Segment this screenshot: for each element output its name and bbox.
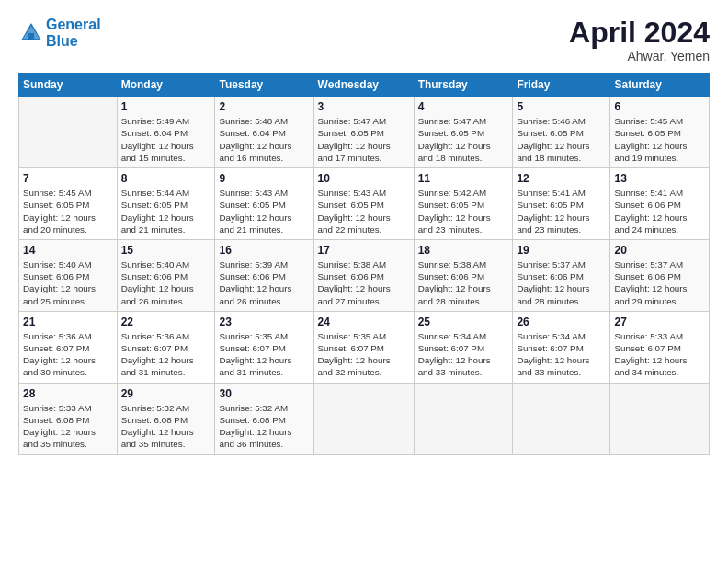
calendar-cell (610, 383, 710, 454)
day-number: 25 (418, 316, 509, 328)
page: General Blue April 2024 Ahwar, Yemen Sun… (0, 0, 728, 563)
weekday-header-friday: Friday (513, 74, 610, 97)
calendar-cell: 7Sunrise: 5:45 AM Sunset: 6:05 PM Daylig… (19, 168, 118, 240)
calendar-cell: 11Sunrise: 5:42 AM Sunset: 6:05 PM Dayli… (414, 168, 513, 240)
day-number: 14 (23, 244, 113, 257)
day-number: 21 (23, 316, 113, 328)
day-info: Sunrise: 5:39 AM Sunset: 6:06 PM Dayligh… (219, 259, 309, 307)
day-info: Sunrise: 5:38 AM Sunset: 6:06 PM Dayligh… (318, 259, 410, 307)
logo-text: General Blue (46, 17, 101, 49)
day-number: 29 (121, 387, 211, 400)
day-number: 5 (517, 100, 606, 113)
day-number: 7 (23, 172, 113, 185)
calendar-cell: 30Sunrise: 5:32 AM Sunset: 6:08 PM Dayli… (215, 383, 313, 454)
day-info: Sunrise: 5:40 AM Sunset: 6:06 PM Dayligh… (121, 259, 211, 307)
calendar-cell (513, 383, 610, 454)
day-number: 11 (418, 172, 509, 185)
weekday-header-wednesday: Wednesday (313, 74, 414, 97)
day-number: 9 (219, 172, 309, 185)
day-info: Sunrise: 5:32 AM Sunset: 6:08 PM Dayligh… (219, 402, 309, 451)
day-number: 28 (23, 387, 113, 400)
day-info: Sunrise: 5:48 AM Sunset: 6:04 PM Dayligh… (219, 115, 309, 164)
day-info: Sunrise: 5:41 AM Sunset: 6:06 PM Dayligh… (614, 187, 705, 236)
calendar-table: SundayMondayTuesdayWednesdayThursdayFrid… (18, 73, 710, 454)
location-subtitle: Ahwar, Yemen (569, 49, 710, 63)
day-info: Sunrise: 5:33 AM Sunset: 6:07 PM Dayligh… (614, 330, 705, 379)
calendar-cell: 25Sunrise: 5:34 AM Sunset: 6:07 PM Dayli… (414, 311, 513, 383)
calendar-week-row: 28Sunrise: 5:33 AM Sunset: 6:08 PM Dayli… (19, 383, 710, 454)
calendar-week-row: 7Sunrise: 5:45 AM Sunset: 6:05 PM Daylig… (19, 168, 710, 240)
calendar-cell: 23Sunrise: 5:35 AM Sunset: 6:07 PM Dayli… (215, 311, 313, 383)
weekday-header-sunday: Sunday (19, 74, 118, 97)
day-number: 2 (219, 100, 309, 113)
calendar-cell: 4Sunrise: 5:47 AM Sunset: 6:05 PM Daylig… (414, 97, 513, 168)
day-number: 8 (121, 172, 211, 185)
day-info: Sunrise: 5:42 AM Sunset: 6:05 PM Dayligh… (418, 187, 509, 236)
calendar-header: SundayMondayTuesdayWednesdayThursdayFrid… (19, 74, 710, 97)
day-info: Sunrise: 5:45 AM Sunset: 6:05 PM Dayligh… (23, 187, 113, 236)
calendar-cell: 10Sunrise: 5:43 AM Sunset: 6:05 PM Dayli… (313, 168, 414, 240)
day-info: Sunrise: 5:43 AM Sunset: 6:05 PM Dayligh… (219, 187, 309, 236)
calendar-cell: 9Sunrise: 5:43 AM Sunset: 6:05 PM Daylig… (215, 168, 313, 240)
day-number: 10 (318, 172, 410, 185)
calendar-cell: 6Sunrise: 5:45 AM Sunset: 6:05 PM Daylig… (610, 97, 710, 168)
day-info: Sunrise: 5:38 AM Sunset: 6:06 PM Dayligh… (418, 259, 509, 307)
calendar-cell (19, 97, 118, 168)
calendar-cell: 8Sunrise: 5:44 AM Sunset: 6:05 PM Daylig… (117, 168, 215, 240)
day-info: Sunrise: 5:47 AM Sunset: 6:05 PM Dayligh… (418, 115, 509, 164)
calendar-cell: 18Sunrise: 5:38 AM Sunset: 6:06 PM Dayli… (414, 239, 513, 311)
day-info: Sunrise: 5:37 AM Sunset: 6:06 PM Dayligh… (517, 259, 606, 307)
day-info: Sunrise: 5:36 AM Sunset: 6:07 PM Dayligh… (121, 330, 211, 379)
day-info: Sunrise: 5:35 AM Sunset: 6:07 PM Dayligh… (219, 330, 309, 379)
calendar-cell: 5Sunrise: 5:46 AM Sunset: 6:05 PM Daylig… (513, 97, 610, 168)
calendar-cell: 27Sunrise: 5:33 AM Sunset: 6:07 PM Dayli… (610, 311, 710, 383)
day-number: 4 (418, 100, 509, 113)
calendar-cell (414, 383, 513, 454)
header: General Blue April 2024 Ahwar, Yemen (18, 17, 710, 63)
calendar-cell: 15Sunrise: 5:40 AM Sunset: 6:06 PM Dayli… (117, 239, 215, 311)
weekday-header-monday: Monday (117, 74, 215, 97)
day-number: 30 (219, 387, 309, 400)
calendar-cell: 22Sunrise: 5:36 AM Sunset: 6:07 PM Dayli… (117, 311, 215, 383)
day-number: 26 (517, 316, 606, 328)
calendar-cell: 26Sunrise: 5:34 AM Sunset: 6:07 PM Dayli… (513, 311, 610, 383)
calendar-cell: 28Sunrise: 5:33 AM Sunset: 6:08 PM Dayli… (19, 383, 118, 454)
calendar-cell: 3Sunrise: 5:47 AM Sunset: 6:05 PM Daylig… (313, 97, 414, 168)
day-number: 6 (614, 100, 705, 113)
day-number: 17 (318, 244, 410, 257)
day-info: Sunrise: 5:33 AM Sunset: 6:08 PM Dayligh… (23, 402, 113, 451)
day-info: Sunrise: 5:40 AM Sunset: 6:06 PM Dayligh… (23, 259, 113, 307)
day-info: Sunrise: 5:45 AM Sunset: 6:05 PM Dayligh… (614, 115, 705, 164)
day-number: 19 (517, 244, 606, 257)
day-info: Sunrise: 5:49 AM Sunset: 6:04 PM Dayligh… (121, 115, 211, 164)
calendar-cell: 1Sunrise: 5:49 AM Sunset: 6:04 PM Daylig… (117, 97, 215, 168)
day-number: 23 (219, 316, 309, 328)
weekday-header-thursday: Thursday (414, 74, 513, 97)
calendar-cell: 16Sunrise: 5:39 AM Sunset: 6:06 PM Dayli… (215, 239, 313, 311)
calendar-week-row: 21Sunrise: 5:36 AM Sunset: 6:07 PM Dayli… (19, 311, 710, 383)
day-number: 3 (318, 100, 410, 113)
day-number: 12 (517, 172, 606, 185)
day-info: Sunrise: 5:32 AM Sunset: 6:08 PM Dayligh… (121, 402, 211, 451)
calendar-cell: 24Sunrise: 5:35 AM Sunset: 6:07 PM Dayli… (313, 311, 414, 383)
weekday-header-tuesday: Tuesday (215, 74, 313, 97)
day-number: 13 (614, 172, 705, 185)
calendar-cell: 29Sunrise: 5:32 AM Sunset: 6:08 PM Dayli… (117, 383, 215, 454)
day-info: Sunrise: 5:36 AM Sunset: 6:07 PM Dayligh… (23, 330, 113, 379)
day-info: Sunrise: 5:47 AM Sunset: 6:05 PM Dayligh… (318, 115, 410, 164)
page-title: April 2024 (569, 17, 710, 49)
calendar-cell: 19Sunrise: 5:37 AM Sunset: 6:06 PM Dayli… (513, 239, 610, 311)
day-number: 18 (418, 244, 509, 257)
logo-icon (18, 20, 44, 46)
day-number: 27 (614, 316, 705, 328)
day-info: Sunrise: 5:34 AM Sunset: 6:07 PM Dayligh… (517, 330, 606, 379)
day-info: Sunrise: 5:34 AM Sunset: 6:07 PM Dayligh… (418, 330, 509, 379)
day-number: 24 (318, 316, 410, 328)
calendar-body: 1Sunrise: 5:49 AM Sunset: 6:04 PM Daylig… (19, 97, 710, 454)
weekday-header-row: SundayMondayTuesdayWednesdayThursdayFrid… (19, 74, 710, 97)
calendar-cell (313, 383, 414, 454)
calendar-cell: 21Sunrise: 5:36 AM Sunset: 6:07 PM Dayli… (19, 311, 118, 383)
day-number: 22 (121, 316, 211, 328)
calendar-week-row: 1Sunrise: 5:49 AM Sunset: 6:04 PM Daylig… (19, 97, 710, 168)
day-info: Sunrise: 5:46 AM Sunset: 6:05 PM Dayligh… (517, 115, 606, 164)
